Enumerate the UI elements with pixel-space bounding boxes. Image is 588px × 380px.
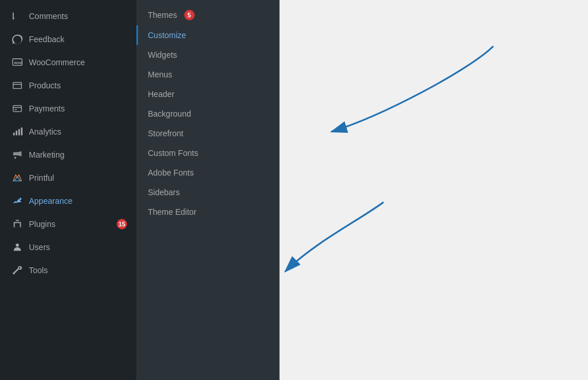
analytics-icon xyxy=(12,126,23,137)
svg-marker-14 xyxy=(14,177,21,181)
sidebar-item-printful[interactable]: Printful xyxy=(0,166,136,189)
sidebar-item-label: Payments xyxy=(29,104,127,113)
woo-icon: woo xyxy=(12,57,23,68)
comment-icon xyxy=(12,10,23,22)
products-icon xyxy=(12,80,23,91)
sidebar-item-label: Products xyxy=(29,81,127,90)
printful-icon xyxy=(12,172,23,184)
svg-rect-9 xyxy=(18,129,20,136)
appearance-icon xyxy=(12,195,23,207)
sidebar-item-tools[interactable]: Tools xyxy=(0,259,136,282)
submenu-item-theme-editor[interactable]: Theme Editor xyxy=(136,202,279,222)
submenu-item-label: Adobe Fonts xyxy=(148,168,193,177)
sidebar-item-label: Marketing xyxy=(29,150,127,159)
sidebar-item-analytics[interactable]: Analytics xyxy=(0,120,136,143)
svg-rect-2 xyxy=(13,83,21,89)
sidebar-item-appearance[interactable]: Appearance xyxy=(0,189,136,213)
sidebar-item-feedback[interactable]: Feedback xyxy=(0,28,136,51)
submenu-item-label: Menus xyxy=(148,70,172,79)
sidebar-item-marketing[interactable]: Marketing xyxy=(0,143,136,166)
svg-rect-7 xyxy=(13,133,15,136)
main-content xyxy=(280,0,588,380)
submenu-item-themes[interactable]: Themes 5 xyxy=(136,5,279,25)
users-icon xyxy=(12,241,23,253)
submenu-item-header[interactable]: Header xyxy=(136,84,279,104)
submenu-item-custom-fonts[interactable]: Custom Fonts xyxy=(136,143,279,163)
svg-rect-10 xyxy=(21,128,23,136)
plugins-badge: 15 xyxy=(117,219,127,229)
svg-point-16 xyxy=(16,244,18,247)
svg-text:woo: woo xyxy=(14,60,23,65)
feedback-icon xyxy=(12,33,23,45)
sidebar: Comments Feedback woo WooCommerce Produc… xyxy=(0,0,136,380)
sidebar-item-products[interactable]: Products xyxy=(0,74,136,97)
sidebar-item-label: Plugins xyxy=(29,219,110,229)
svg-rect-4 xyxy=(13,106,21,112)
sidebar-item-label: Users xyxy=(29,243,127,252)
submenu-item-background[interactable]: Background xyxy=(136,104,279,124)
sidebar-item-comments[interactable]: Comments xyxy=(0,5,136,28)
submenu-item-sidebars[interactable]: Sidebars xyxy=(136,182,279,202)
tools-icon xyxy=(12,264,23,276)
sidebar-item-label: Tools xyxy=(29,266,127,275)
sidebar-item-users[interactable]: Users xyxy=(0,236,136,259)
sidebar-item-label: Comments xyxy=(29,12,127,21)
submenu-item-menus[interactable]: Menus xyxy=(136,65,279,84)
plugins-icon xyxy=(12,218,23,230)
sidebar-item-label: Printful xyxy=(29,173,127,182)
submenu-item-widgets[interactable]: Widgets xyxy=(136,45,279,65)
svg-point-15 xyxy=(20,198,22,200)
submenu-item-label: Storefront xyxy=(148,129,183,138)
submenu-item-label: Theme Editor xyxy=(148,207,196,217)
submenu-item-storefront[interactable]: Storefront xyxy=(136,124,279,143)
submenu-item-label: Sidebars xyxy=(148,188,180,197)
sidebar-item-woocommerce[interactable]: woo WooCommerce xyxy=(0,51,136,74)
sidebar-item-label: Appearance xyxy=(29,196,127,206)
appearance-submenu: Themes 5 Customize Widgets Menus Header … xyxy=(136,0,280,380)
submenu-item-label: Customize xyxy=(148,31,186,40)
submenu-item-label: Background xyxy=(148,109,191,118)
svg-rect-8 xyxy=(16,131,17,135)
submenu-item-label: Widgets xyxy=(148,50,177,59)
submenu-item-label: Header xyxy=(148,90,174,99)
sidebar-item-plugins[interactable]: Plugins 15 xyxy=(0,213,136,236)
themes-badge: 5 xyxy=(184,10,195,20)
sidebar-item-label: Analytics xyxy=(29,127,127,136)
sidebar-item-payments[interactable]: Payments xyxy=(0,97,136,120)
submenu-item-label: Themes xyxy=(148,10,177,20)
sidebar-item-label: Feedback xyxy=(29,35,127,44)
submenu-item-label: Custom Fonts xyxy=(148,148,198,158)
annotation-arrows xyxy=(280,0,588,380)
svg-marker-13 xyxy=(13,175,21,181)
submenu-item-adobe-fonts[interactable]: Adobe Fonts xyxy=(136,163,279,182)
marketing-icon xyxy=(12,149,23,161)
submenu-item-customize[interactable]: Customize xyxy=(136,25,279,45)
sidebar-item-label: WooCommerce xyxy=(29,58,127,67)
payments-icon xyxy=(12,103,23,114)
